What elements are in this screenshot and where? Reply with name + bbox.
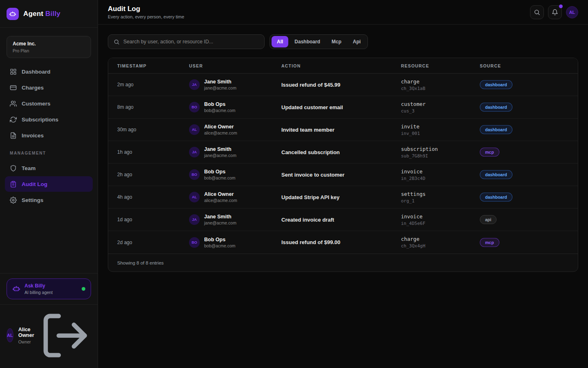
user-name: Jane Smith bbox=[204, 146, 236, 152]
filter-tab-mcp[interactable]: Mcp bbox=[326, 36, 347, 47]
table-row[interactable]: 1h ago JA Jane Smith jane@acme.com Cance… bbox=[108, 141, 578, 164]
action-text: Updated Stripe API key bbox=[281, 194, 401, 200]
resource-id: sub_7G8h9I bbox=[401, 153, 480, 159]
table-row[interactable]: 2h ago BO Bob Ops bob@acme.com Sent invo… bbox=[108, 164, 578, 186]
source-badge: mcp bbox=[480, 238, 499, 247]
row-timestamp: 2h ago bbox=[117, 172, 189, 177]
logout-button[interactable] bbox=[39, 310, 91, 361]
ask-billy-title: Ask Billy bbox=[24, 283, 53, 289]
user-email: bob@acme.com bbox=[204, 243, 236, 248]
ask-billy-card[interactable]: Ask Billy AI billing agent bbox=[7, 278, 91, 299]
user-email: alice@acme.com bbox=[204, 130, 237, 135]
user-name: Bob Ops bbox=[204, 101, 236, 107]
row-timestamp: 30m ago bbox=[117, 127, 189, 132]
notifications-button[interactable] bbox=[548, 5, 562, 19]
user-name: Alice Owner bbox=[18, 327, 34, 338]
action-text: Created invoice draft bbox=[281, 217, 401, 223]
logout-icon bbox=[39, 310, 91, 361]
table-row[interactable]: 1d ago JA Jane Smith jane@acme.com Creat… bbox=[108, 209, 578, 231]
row-timestamp: 8m ago bbox=[117, 104, 189, 110]
chevron-down-icon[interactable] bbox=[556, 239, 562, 245]
bell-icon bbox=[552, 9, 558, 16]
user-email: bob@acme.com bbox=[204, 108, 236, 113]
action-text: Sent invoice to customer bbox=[281, 172, 401, 178]
table-row[interactable]: 4h ago AL Alice Owner alice@acme.com Upd… bbox=[108, 186, 578, 209]
action-text: Invited team member bbox=[281, 127, 401, 133]
clipboard-icon bbox=[10, 181, 17, 188]
chevron-down-icon[interactable] bbox=[556, 149, 562, 155]
sidebar-item-subscriptions[interactable]: Subscriptions bbox=[5, 112, 93, 127]
source-badge: dashboard bbox=[480, 193, 512, 202]
tenant-card[interactable]: Acme Inc. Pro Plan bbox=[7, 36, 91, 58]
avatar: AL bbox=[7, 328, 13, 342]
page-title: Audit Log bbox=[108, 5, 184, 13]
filter-tab-dashboard[interactable]: Dashboard bbox=[289, 36, 325, 47]
user-profile: AL Alice Owner Owner bbox=[0, 304, 98, 368]
sidebar-item-settings[interactable]: Settings bbox=[5, 192, 93, 208]
sidebar-nav-management: Team Audit Log Settings bbox=[0, 157, 98, 208]
search-input[interactable] bbox=[123, 39, 259, 45]
refresh-icon bbox=[10, 116, 17, 123]
robot-logo-icon bbox=[7, 8, 19, 20]
avatar: JA bbox=[189, 214, 200, 225]
row-timestamp: 2d ago bbox=[117, 240, 189, 245]
source-badge: dashboard bbox=[480, 103, 512, 112]
user-email: alice@acme.com bbox=[204, 198, 237, 203]
search-button[interactable] bbox=[530, 5, 544, 19]
user-email: jane@acme.com bbox=[204, 85, 236, 90]
resource-id: cus_3 bbox=[401, 108, 480, 114]
shield-icon bbox=[10, 165, 17, 172]
row-timestamp: 1h ago bbox=[117, 149, 189, 155]
search-icon bbox=[114, 39, 120, 45]
chevron-down-icon[interactable] bbox=[556, 104, 562, 110]
header-avatar[interactable]: AL bbox=[566, 6, 578, 18]
grid-icon bbox=[10, 68, 17, 75]
row-timestamp: 4h ago bbox=[117, 194, 189, 200]
table-row[interactable]: 8m ago BO Bob Ops bob@acme.com Updated c… bbox=[108, 96, 578, 119]
user-role: Owner bbox=[18, 339, 34, 344]
user-name: Jane Smith bbox=[204, 214, 236, 220]
app-name: Agent Billy bbox=[23, 10, 60, 18]
table-header-row: TIMESTAMPUSERACTIONRESOURCESOURCE bbox=[108, 58, 578, 74]
chevron-down-icon[interactable] bbox=[556, 194, 562, 200]
row-timestamp: 2m ago bbox=[117, 82, 189, 88]
chevron-down-icon[interactable] bbox=[556, 217, 562, 223]
filter-tab-all[interactable]: All bbox=[272, 36, 288, 47]
chevron-down-icon[interactable] bbox=[556, 82, 562, 88]
resource-type: invoice bbox=[401, 213, 480, 220]
action-text: Updated customer email bbox=[281, 104, 401, 110]
notification-dot bbox=[559, 4, 563, 8]
credit-card-icon bbox=[10, 84, 17, 91]
chevron-down-icon[interactable] bbox=[556, 127, 562, 133]
sidebar-item-audit-log[interactable]: Audit Log bbox=[5, 176, 93, 192]
sidebar-item-dashboard[interactable]: Dashboard bbox=[5, 64, 93, 79]
column-header-action: ACTION bbox=[281, 63, 401, 68]
resource-id: in_4D5e6F bbox=[401, 221, 480, 226]
resource-type: charge bbox=[401, 236, 480, 242]
user-email: jane@acme.com bbox=[204, 153, 236, 158]
robot-icon bbox=[12, 285, 20, 293]
sidebar-item-customers[interactable]: Customers bbox=[5, 96, 93, 111]
table-row[interactable]: 30m ago AL Alice Owner alice@acme.com In… bbox=[108, 119, 578, 141]
audit-search bbox=[108, 34, 265, 49]
sidebar-item-invoices[interactable]: Invoices bbox=[5, 128, 93, 143]
resource-id: in_2B3c4D bbox=[401, 176, 480, 181]
filter-tab-api[interactable]: Api bbox=[347, 36, 366, 47]
source-badge: dashboard bbox=[480, 80, 512, 89]
resource-id: org_1 bbox=[401, 198, 480, 204]
table-row[interactable]: 2m ago JA Jane Smith jane@acme.com Issue… bbox=[108, 74, 578, 96]
resource-id: ch_3Qx1aB bbox=[401, 86, 480, 91]
tenant-name: Acme Inc. bbox=[13, 41, 85, 47]
avatar: BO bbox=[189, 169, 200, 180]
chevron-down-icon[interactable] bbox=[556, 172, 562, 178]
source-badge: dashboard bbox=[480, 125, 512, 134]
file-text-icon bbox=[10, 132, 17, 139]
avatar: JA bbox=[189, 79, 200, 90]
avatar: AL bbox=[189, 124, 200, 135]
avatar: BO bbox=[189, 237, 200, 248]
table-row[interactable]: 2d ago BO Bob Ops bob@acme.com Issued re… bbox=[108, 231, 578, 254]
sidebar-item-charges[interactable]: Charges bbox=[5, 80, 93, 95]
user-name: Alice Owner bbox=[204, 191, 237, 197]
sidebar-item-team[interactable]: Team bbox=[5, 160, 93, 176]
column-header-source: SOURCE bbox=[480, 63, 552, 68]
